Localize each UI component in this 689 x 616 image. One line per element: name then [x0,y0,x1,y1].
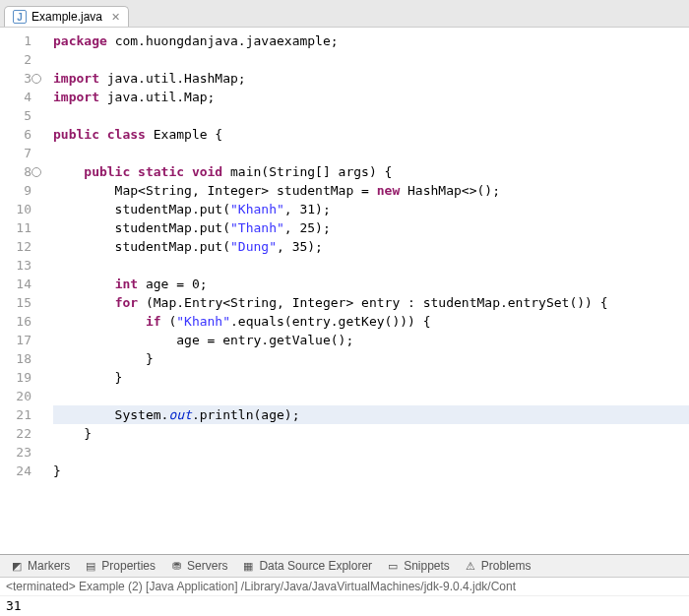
line-number: 12 [0,237,31,256]
properties-icon: ▤ [84,559,97,573]
code-line[interactable]: import java.util.HashMap; [53,69,689,88]
line-number: 24 [0,462,31,480]
view-tab-label: Data Source Explorer [259,559,372,573]
code-line[interactable]: } [53,349,689,368]
line-number: 17 [0,331,31,349]
code-line[interactable]: package com.huongdanjava.javaexample; [53,31,689,50]
code-editor[interactable]: package com.huongdanjava.javaexample; im… [39,28,689,554]
line-number: 1 [0,31,31,50]
view-tab-snippets[interactable]: ▭Snippets [386,559,450,573]
code-line[interactable]: if ("Khanh".equals(entry.getKey())) { [53,312,689,331]
line-number: 15 [0,293,31,312]
code-line[interactable]: } [53,462,689,480]
line-number: 2 [0,50,31,69]
code-line[interactable] [53,144,689,162]
view-tab-problems[interactable]: ⚠Problems [464,559,532,573]
code-line[interactable]: int age = 0; [53,275,689,293]
line-number-gutter: 123456789101112131415161718192021222324 [0,28,39,554]
line-number: 11 [0,218,31,237]
code-line[interactable]: studentMap.put("Dung", 35); [53,237,689,256]
view-tab-label: Problems [481,559,532,573]
line-number: 19 [0,368,31,387]
code-line[interactable] [53,387,689,405]
code-line[interactable]: public static void main(String[] args) { [53,162,689,181]
bottom-panel: ◩Markers▤Properties⛃Servers▦Data Source … [0,554,689,616]
code-line[interactable]: import java.util.Map; [53,88,689,106]
java-file-icon: J [13,10,27,24]
view-tab-markers[interactable]: ◩Markers [10,559,70,573]
line-number: 5 [0,106,31,125]
editor-tab[interactable]: J Example.java ✕ [4,6,129,27]
code-line[interactable]: public class Example { [53,125,689,144]
code-line[interactable]: studentMap.put("Thanh", 25); [53,218,689,237]
editor-area: 123456789101112131415161718192021222324 … [0,28,689,554]
code-line[interactable] [53,50,689,69]
snippets-icon: ▭ [386,559,400,573]
line-number: 10 [0,200,31,218]
line-number: 7 [0,144,31,162]
code-line[interactable]: System.out.println(age); [53,405,689,424]
line-number: 20 [0,387,31,405]
line-number: 4 [0,88,31,106]
view-tab-label: Servers [187,559,227,573]
code-line[interactable]: Map<String, Integer> studentMap = new Ha… [53,181,689,200]
tab-bar: J Example.java ✕ [0,0,689,28]
code-line[interactable] [53,256,689,275]
code-line[interactable]: age = entry.getValue(); [53,331,689,349]
tab-filename: Example.java [31,10,102,24]
line-number: 18 [0,349,31,368]
line-number: 23 [0,443,31,462]
console-output: 31 [0,596,689,616]
line-number: 22 [0,424,31,443]
code-line[interactable]: studentMap.put("Khanh", 31); [53,200,689,218]
line-number: 6 [0,125,31,144]
view-tab-servers[interactable]: ⛃Servers [169,559,227,573]
data-source-explorer-icon: ▦ [241,559,255,573]
line-number: 9 [0,181,31,200]
line-number: 3 [0,69,31,88]
line-number: 16 [0,312,31,331]
views-bar: ◩Markers▤Properties⛃Servers▦Data Source … [0,555,689,578]
view-tab-properties[interactable]: ▤Properties [84,559,156,573]
code-line[interactable] [53,106,689,125]
view-tab-data-source-explorer[interactable]: ▦Data Source Explorer [241,559,372,573]
servers-icon: ⛃ [169,559,183,573]
code-line[interactable]: } [53,368,689,387]
code-line[interactable] [53,443,689,462]
problems-icon: ⚠ [464,559,477,573]
console-status: <terminated> Example (2) [Java Applicati… [0,578,689,596]
code-line[interactable]: } [53,424,689,443]
view-tab-label: Markers [28,559,70,573]
line-number: 21 [0,405,31,424]
view-tab-label: Snippets [404,559,450,573]
markers-icon: ◩ [10,559,24,573]
close-icon[interactable]: ✕ [111,11,120,24]
line-number: 14 [0,275,31,293]
code-line[interactable]: for (Map.Entry<String, Integer> entry : … [53,293,689,312]
view-tab-label: Properties [101,559,156,573]
line-number: 13 [0,256,31,275]
line-number: 8 [0,162,31,181]
